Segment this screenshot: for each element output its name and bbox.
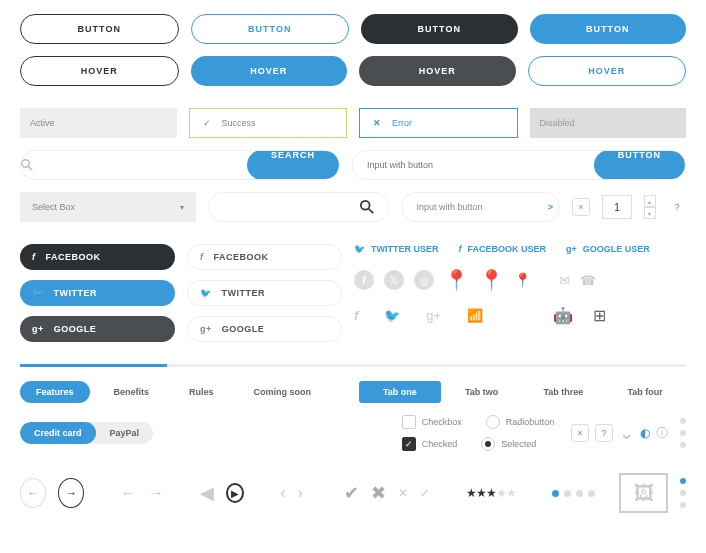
nav-next-circle[interactable]: → xyxy=(58,478,84,508)
google-ghost-icon[interactable]: g+ xyxy=(426,308,441,323)
quantity-field[interactable]: 1 xyxy=(602,195,632,219)
x-circle-icon[interactable]: ✖ xyxy=(371,482,386,504)
google-icon: g+ xyxy=(200,324,212,334)
check-circle-icon[interactable]: ✔ xyxy=(344,482,359,504)
pager-dot[interactable] xyxy=(564,490,571,497)
facebook-circle-icon[interactable]: f xyxy=(354,270,374,290)
facebook-icon: f xyxy=(459,244,462,254)
search-round[interactable] xyxy=(208,192,390,222)
button-hover-blue[interactable]: HOVER xyxy=(191,56,348,86)
google-user-link[interactable]: g+GOOGLE USER xyxy=(566,244,650,254)
x-small-icon[interactable]: ✕ xyxy=(398,486,408,500)
chevron-left-circle-icon[interactable]: ◀ xyxy=(200,482,214,504)
location-pin-blue-icon[interactable]: 📍 xyxy=(479,268,504,292)
field-error-label: Error xyxy=(392,118,412,128)
checkbox-on[interactable]: ✓Checked xyxy=(402,437,458,451)
quantity-stepper[interactable]: ▴▾ xyxy=(644,195,656,219)
google-button-white[interactable]: g+GOOGLE xyxy=(187,316,342,342)
twitter-ghost-icon[interactable]: 🐦 xyxy=(384,308,400,323)
twitter-icon: 🐦 xyxy=(200,288,212,298)
button-outline-blue[interactable]: BUTTON xyxy=(191,14,350,44)
rss-icon[interactable]: 📶 xyxy=(467,308,483,323)
twitter-button-white[interactable]: 🐦TWITTER xyxy=(187,280,342,306)
progress-bar[interactable] xyxy=(20,364,686,367)
image-placeholder-icon: 🖼 xyxy=(619,473,668,513)
radio-on[interactable]: Selected xyxy=(481,437,536,451)
nav-prev-circle[interactable]: ← xyxy=(20,478,46,508)
tab-one[interactable]: Tab one xyxy=(359,381,441,403)
help-button[interactable]: ? xyxy=(668,198,686,216)
search-button[interactable]: SEARCH xyxy=(247,150,339,180)
google-icon: g+ xyxy=(566,244,577,254)
check-small-icon[interactable]: ✓ xyxy=(420,486,430,500)
tab-rules[interactable]: Rules xyxy=(173,381,230,403)
facebook-button-white[interactable]: fFACEBOOK xyxy=(187,244,342,270)
search-field[interactable]: SEARCH xyxy=(20,150,340,180)
input-with-button-field[interactable] xyxy=(367,160,594,170)
chevron-left-icon[interactable]: ‹ xyxy=(280,484,285,502)
pill-paypal[interactable]: PayPal xyxy=(96,422,154,444)
windows-icon[interactable]: ⊞ xyxy=(593,306,606,325)
button-dark[interactable]: BUTTON xyxy=(361,14,518,44)
android-icon[interactable]: 🤖 xyxy=(553,306,573,325)
button-hover-grey[interactable]: HOVER xyxy=(359,56,516,86)
facebook-icon: f xyxy=(200,252,204,262)
help-mini-button[interactable]: ? xyxy=(595,424,613,442)
twitter-circle-icon[interactable]: 𝕏 xyxy=(384,270,404,290)
pager-dot-active[interactable] xyxy=(552,490,559,497)
go-icon[interactable]: > xyxy=(548,202,553,212)
mail-icon[interactable]: ✉ xyxy=(559,273,570,288)
phone-icon[interactable]: ☎ xyxy=(580,273,596,288)
step-up-icon[interactable]: ▴ xyxy=(644,195,656,207)
input-with-button[interactable]: BUTTON xyxy=(352,150,686,180)
arrow-right-icon[interactable]: → xyxy=(148,484,164,502)
arrow-left-icon[interactable]: ← xyxy=(120,484,136,502)
close-mini-button[interactable]: × xyxy=(571,424,589,442)
location-pin-grey-icon[interactable]: 📍 xyxy=(514,272,531,288)
google-button-grey[interactable]: g+GOOGLE xyxy=(20,316,175,342)
tab-benefits[interactable]: Benefits xyxy=(98,381,166,403)
field-active[interactable]: Active xyxy=(20,108,177,138)
step-down-icon[interactable]: ▾ xyxy=(644,207,656,219)
facebook-button-dark[interactable]: fFACEBOOK xyxy=(20,244,175,270)
info-icon[interactable]: ⓘ xyxy=(656,425,668,442)
facebook-ghost-icon[interactable]: f xyxy=(354,308,358,323)
vertical-dots[interactable] xyxy=(680,418,686,448)
chevron-down-icon: ▾ xyxy=(180,203,184,212)
radio-off[interactable]: Radiobutton xyxy=(486,415,555,429)
star-rating[interactable]: ★★★★★ xyxy=(466,486,516,500)
pill-credit-card[interactable]: Credit card xyxy=(20,422,96,444)
tab-three[interactable]: Tab three xyxy=(523,381,605,403)
clear-button[interactable]: × xyxy=(572,198,590,216)
svg-line-3 xyxy=(369,209,373,213)
vertical-dots[interactable] xyxy=(680,478,686,508)
search-icon xyxy=(360,200,374,214)
chevron-down-circle-icon[interactable]: ⌄ xyxy=(619,422,634,444)
input-with-go[interactable]: Input with button > xyxy=(401,192,560,222)
pager-dot[interactable] xyxy=(588,490,595,497)
checkbox-off[interactable]: Checkbox xyxy=(402,415,462,429)
field-error[interactable]: ✕Error xyxy=(359,108,518,138)
button-hover-outline-blue[interactable]: HOVER xyxy=(528,56,687,86)
pager-dots[interactable] xyxy=(552,490,595,497)
facebook-user-link[interactable]: fFACEBOOK USER xyxy=(459,244,547,254)
tab-two[interactable]: Tab two xyxy=(441,381,523,403)
select-box[interactable]: Select Box ▾ xyxy=(20,192,196,222)
pager-dot[interactable] xyxy=(576,490,583,497)
field-success[interactable]: ✓Success xyxy=(189,108,348,138)
select-label: Select Box xyxy=(32,202,75,212)
search-input[interactable] xyxy=(51,160,247,170)
instagram-circle-icon[interactable]: ◎ xyxy=(414,270,434,290)
location-pin-icon[interactable]: 📍 xyxy=(444,268,469,292)
tab-features[interactable]: Features xyxy=(20,381,90,403)
button-hover-outline[interactable]: HOVER xyxy=(20,56,179,86)
twitter-button-blue[interactable]: 🐦TWITTER xyxy=(20,280,175,306)
input-button[interactable]: BUTTON xyxy=(594,150,685,180)
chevron-right-circle-icon[interactable]: ▶ xyxy=(226,483,244,503)
button-outline[interactable]: BUTTON xyxy=(20,14,179,44)
twitter-user-link[interactable]: 🐦TWITTER USER xyxy=(354,244,439,254)
tab-coming-soon[interactable]: Coming soon xyxy=(238,381,328,403)
chevron-right-icon[interactable]: › xyxy=(298,484,303,502)
tab-four[interactable]: Tab four xyxy=(604,381,686,403)
button-blue[interactable]: BUTTON xyxy=(530,14,687,44)
